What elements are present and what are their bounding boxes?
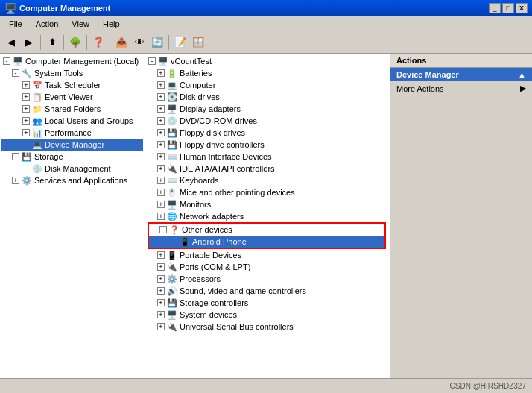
expander-floppy-ctrl[interactable]: + [157, 141, 165, 148]
expander-sound[interactable]: + [157, 287, 165, 295]
maximize-button[interactable]: □ [502, 3, 514, 13]
tree-item-computer-mgmt[interactable]: - 🖥️ Computer Management (Local) [1, 55, 143, 67]
window-controls: _ □ X [489, 3, 528, 13]
forward-button[interactable]: ▶ [21, 34, 37, 51]
refresh-button[interactable]: 🔄 [149, 34, 165, 51]
tree-item-usb[interactable]: + 🔌 Universal Serial Bus controllers [147, 321, 388, 333]
expander-shared-folders[interactable]: + [22, 105, 30, 113]
tree-item-monitors[interactable]: + 🖥️ Monitors [147, 198, 388, 210]
icon-performance: 📊 [31, 127, 43, 139]
expander-vcounttest[interactable]: - [148, 57, 156, 65]
menu-file[interactable]: File [3, 18, 28, 30]
expander-batteries[interactable]: + [157, 69, 165, 77]
expander-services[interactable]: + [12, 177, 19, 184]
expander-system-tools[interactable]: - [12, 69, 19, 77]
tree-item-system-devices[interactable]: + 🖥️ System devices [147, 309, 388, 321]
tree-item-display-adapters[interactable]: + 🖥️ Display adapters [147, 103, 388, 115]
tree-item-sound[interactable]: + 🔊 Sound, video and game controllers [147, 285, 388, 297]
properties-button[interactable]: 📝 [172, 34, 189, 51]
expander-computer-mgmt[interactable]: - [3, 57, 10, 65]
expander-monitors[interactable]: + [157, 201, 165, 208]
back-button[interactable]: ◀ [3, 34, 19, 51]
tree-item-storage-ctrl[interactable]: + 💾 Storage controllers [147, 297, 388, 309]
tree-item-shared-folders[interactable]: + 📁 Shared Folders [1, 103, 143, 115]
expander-performance[interactable]: + [22, 129, 30, 136]
tree-item-network[interactable]: + 🌐 Network adapters [147, 210, 388, 222]
label-hid: Human Interface Devices [180, 152, 272, 161]
menu-help[interactable]: Help [97, 18, 126, 30]
icon-floppy-disk: 💾 [166, 127, 178, 139]
expander-system-devices[interactable]: + [157, 311, 165, 318]
expander-other-devices[interactable]: - [159, 226, 167, 233]
window-title: Computer Management [19, 4, 110, 13]
menu-action[interactable]: Action [30, 18, 65, 30]
tree-item-batteries[interactable]: + 🔋 Batteries [147, 67, 388, 79]
tree-item-ports[interactable]: + 🔌 Ports (COM & LPT) [147, 261, 388, 273]
tree-item-device-manager[interactable]: 💻 Device Manager [1, 139, 143, 151]
tree-item-vcounttest[interactable]: - 🖥️ vCountTest [147, 55, 388, 67]
expander-task-scheduler[interactable]: + [22, 81, 30, 89]
expander-keyboards[interactable]: + [157, 177, 165, 184]
expander-event-viewer[interactable]: + [22, 93, 30, 101]
help-button[interactable]: ❓ [90, 34, 107, 51]
tree-item-floppy-ctrl[interactable]: + 💾 Floppy drive controllers [147, 139, 388, 151]
expander-mice[interactable]: + [157, 189, 165, 196]
middle-panel: - 🖥️ vCountTest + 🔋 Batteries + 💻 Comput… [145, 54, 390, 378]
label-portable: Portable Devices [180, 251, 241, 260]
label-processors: Processors [180, 274, 221, 283]
tree-item-services[interactable]: + ⚙️ Services and Applications [1, 175, 143, 186]
close-button[interactable]: X [516, 3, 528, 13]
tree-item-other-devices[interactable]: - ❓ Other devices [149, 224, 384, 236]
expander-disk-drives[interactable]: + [157, 93, 165, 101]
left-panel: - 🖥️ Computer Management (Local) - 🔧 Sys… [0, 54, 145, 378]
expander-local-users[interactable]: + [22, 117, 30, 125]
expander-hid[interactable]: + [157, 153, 165, 160]
tree-item-storage[interactable]: - 💾 Storage [1, 151, 143, 163]
expander-storage[interactable]: - [12, 153, 19, 160]
tree-item-processors[interactable]: + ⚙️ Processors [147, 273, 388, 285]
icon-device-manager: 💻 [31, 139, 43, 151]
label-other-devices: Other devices [182, 225, 232, 234]
icon-keyboards: ⌨️ [166, 175, 178, 186]
actions-more-actions[interactable]: More Actions ▶ [390, 81, 532, 95]
tree-item-keyboards[interactable]: + ⌨️ Keyboards [147, 175, 388, 186]
tree-item-computer[interactable]: + 💻 Computer [147, 79, 388, 91]
export-button[interactable]: 📤 [113, 34, 130, 51]
expander-network[interactable]: + [157, 213, 165, 220]
expander-ide-ata[interactable]: + [157, 165, 165, 172]
expander-storage-ctrl[interactable]: + [157, 299, 165, 306]
icon-system-tools: 🔧 [21, 67, 33, 79]
toolbar-sep-3 [86, 35, 87, 50]
tree-item-event-viewer[interactable]: + 📋 Event Viewer [1, 91, 143, 103]
expander-dvdcdrom[interactable]: + [157, 117, 165, 125]
label-sound: Sound, video and game controllers [180, 286, 306, 295]
expander-ports[interactable]: + [157, 263, 165, 271]
tree-item-mice[interactable]: + 🖱️ Mice and other pointing devices [147, 186, 388, 198]
tree-item-local-users[interactable]: + 👥 Local Users and Groups [1, 115, 143, 127]
tree-item-performance[interactable]: + 📊 Performance [1, 127, 143, 139]
tree-item-portable[interactable]: + 📱 Portable Devices [147, 249, 388, 261]
expander-portable[interactable]: + [157, 251, 165, 259]
up-button[interactable]: ⬆ [44, 34, 60, 51]
tree-item-disk-mgmt[interactable]: 💿 Disk Management [1, 163, 143, 175]
menu-view[interactable]: View [66, 18, 95, 30]
expander-usb[interactable]: + [157, 323, 165, 330]
expander-display-adapters[interactable]: + [157, 105, 165, 113]
tree-item-system-tools[interactable]: - 🔧 System Tools [1, 67, 143, 79]
tree-item-hid[interactable]: + ⌨️ Human Interface Devices [147, 151, 388, 163]
label-vcounttest: vCountTest [171, 57, 212, 66]
view-button[interactable]: 👁 [131, 34, 148, 51]
tree-item-disk-drives[interactable]: + 💽 Disk drives [147, 91, 388, 103]
minimize-button[interactable]: _ [489, 3, 501, 13]
tree-item-floppy-disk[interactable]: + 💾 Floppy disk drives [147, 127, 388, 139]
tree-item-android-phone[interactable]: 📱 Android Phone [149, 236, 384, 248]
tree-item-task-scheduler[interactable]: + 📅 Task Scheduler [1, 79, 143, 91]
expander-computer[interactable]: + [157, 81, 165, 89]
show-hide-tree[interactable]: 🌳 [67, 34, 83, 51]
expander-floppy-disk[interactable]: + [157, 129, 165, 136]
new-window-button[interactable]: 🪟 [190, 34, 206, 51]
tree-item-dvdcdrom[interactable]: + 💿 DVD/CD-ROM drives [147, 115, 388, 127]
expander-processors[interactable]: + [157, 275, 165, 283]
tree-item-ide-ata[interactable]: + 🔌 IDE ATA/ATAPI controllers [147, 163, 388, 175]
label-local-users: Local Users and Groups [45, 116, 133, 125]
